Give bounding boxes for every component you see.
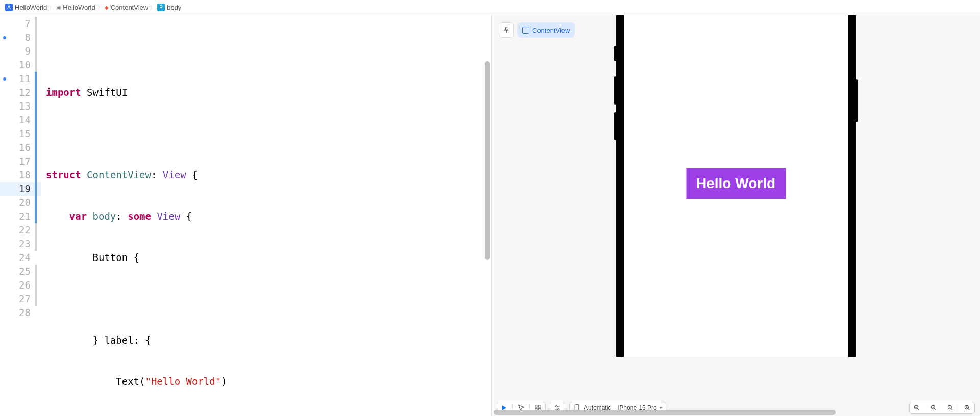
- breadcrumb-item[interactable]: A HelloWorld: [5, 4, 47, 11]
- device-preview[interactable]: Hello World: [616, 15, 856, 357]
- breadcrumb-label: ContentView: [111, 4, 148, 11]
- line-number[interactable]: 24: [0, 251, 35, 265]
- chevron-right-icon: 〉: [49, 4, 54, 11]
- line-number[interactable]: 22: [0, 223, 35, 237]
- scrollbar-thumb[interactable]: [494, 410, 836, 415]
- line-number[interactable]: 16: [0, 141, 35, 154]
- line-number[interactable]: 18: [0, 168, 35, 182]
- code-line[interactable]: struct ContentView: View {: [41, 168, 491, 182]
- svg-rect-1: [538, 405, 541, 407]
- app-icon: A: [5, 4, 13, 11]
- line-number[interactable]: 14: [0, 113, 35, 127]
- breadcrumb-item[interactable]: ▣ HelloWorld: [56, 4, 95, 11]
- breadcrumb-item[interactable]: ◆ ContentView: [105, 4, 148, 11]
- line-number[interactable]: 17: [0, 154, 35, 168]
- vertical-scrollbar[interactable]: [484, 15, 491, 416]
- code-line[interactable]: var body: some View {: [41, 210, 491, 223]
- line-number[interactable]: 23: [0, 237, 35, 251]
- pin-button[interactable]: [499, 22, 514, 38]
- line-number[interactable]: 13: [0, 99, 35, 113]
- breadcrumb-label: HelloWorld: [63, 4, 95, 11]
- preview-canvas[interactable]: ContentView Hello World: [492, 15, 980, 402]
- code-line[interactable]: [41, 44, 491, 58]
- device-button: [614, 112, 616, 140]
- device-frame: [848, 15, 856, 357]
- breadcrumb-item[interactable]: P body: [157, 4, 181, 11]
- swift-icon: ◆: [105, 4, 109, 11]
- code-line[interactable]: [41, 292, 491, 306]
- line-number[interactable]: 27: [0, 292, 35, 306]
- change-indicator: [35, 17, 41, 416]
- line-number[interactable]: 7: [0, 17, 35, 31]
- line-number[interactable]: 26: [0, 278, 35, 292]
- folder-icon: ▣: [56, 4, 61, 11]
- cube-icon: [522, 27, 529, 34]
- preview-selection-chip[interactable]: ContentView: [517, 22, 575, 38]
- chevron-right-icon: 〉: [97, 4, 103, 11]
- line-number[interactable]: 12: [0, 86, 35, 99]
- code-line[interactable]: Button {: [41, 251, 491, 265]
- code-line[interactable]: import SwiftUI: [41, 86, 491, 99]
- breadcrumb-label: HelloWorld: [15, 4, 47, 11]
- code-body[interactable]: import SwiftUI struct ContentView: View …: [41, 17, 491, 416]
- line-number[interactable]: 21: [0, 210, 35, 223]
- line-number[interactable]: 28: [0, 306, 35, 320]
- device-button: [856, 79, 858, 122]
- line-number[interactable]: 19: [0, 182, 35, 196]
- preview-pane: ContentView Hello World: [491, 15, 980, 416]
- line-number[interactable]: 10: [0, 58, 35, 72]
- device-button: [614, 76, 616, 105]
- svg-text:1: 1: [949, 406, 951, 409]
- line-number[interactable]: 8: [0, 31, 35, 44]
- svg-point-4: [556, 406, 557, 407]
- line-number[interactable]: 20: [0, 196, 35, 210]
- property-icon: P: [157, 4, 165, 11]
- code-editor[interactable]: 7 8 9 10 11 12 13 14 15 16 17 18 19 20 2…: [0, 15, 491, 416]
- code-line[interactable]: Text("Hello World"): [41, 375, 491, 388]
- code-line[interactable]: [41, 127, 491, 141]
- scrollbar-thumb[interactable]: [485, 61, 490, 260]
- breadcrumb-bar: A HelloWorld 〉 ▣ HelloWorld 〉 ◆ ContentV…: [0, 0, 980, 15]
- line-number[interactable]: 11: [0, 72, 35, 86]
- svg-rect-0: [535, 405, 537, 407]
- horizontal-scrollbar[interactable]: [492, 409, 980, 416]
- line-number[interactable]: 9: [0, 44, 35, 58]
- breadcrumb-label: body: [167, 4, 181, 11]
- device-frame: [616, 15, 624, 357]
- chevron-right-icon: 〉: [150, 4, 155, 11]
- line-number[interactable]: 25: [0, 265, 35, 278]
- preview-selection-label: ContentView: [532, 27, 570, 34]
- device-button: [614, 46, 616, 61]
- line-number[interactable]: 15: [0, 127, 35, 141]
- pin-icon: [503, 27, 510, 34]
- line-gutter[interactable]: 7 8 9 10 11 12 13 14 15 16 17 18 19 20 2…: [0, 17, 35, 416]
- preview-button[interactable]: Hello World: [686, 168, 786, 199]
- code-line[interactable]: } label: {: [41, 333, 491, 347]
